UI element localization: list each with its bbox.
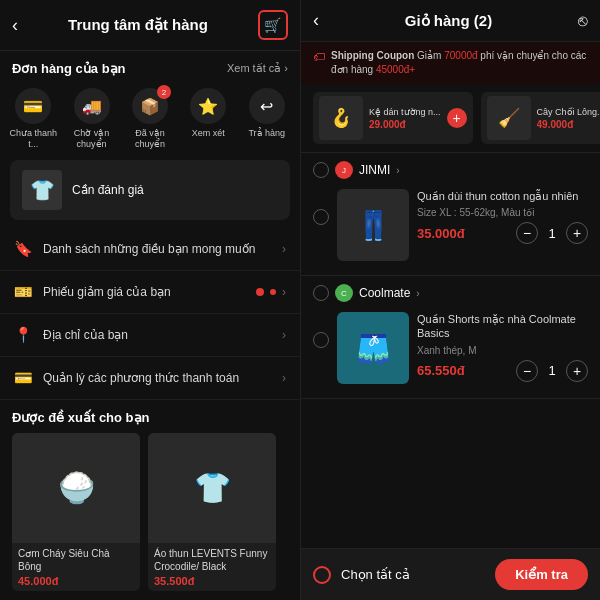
quick-item-price-0: 29.000đ [369,119,441,130]
view-all-link[interactable]: Xem tất cả › [227,62,288,75]
shop-name-coolmate: Coolmate [359,286,410,300]
quick-item-info-0: Kệ dán tường n... 29.000đ [369,107,441,130]
cart-item-checkbox-coolmate-0[interactable] [313,332,329,348]
quick-item-info-1: Cây Chổi Lông... 49.000đ [537,107,600,130]
orders-section-title: Đơn hàng của bạn [12,61,126,76]
shop-checkbox-jinmi[interactable] [313,162,329,178]
shop-arrow-jinmi: › [396,165,399,176]
status-label-shipped: Đã vận chuyển [124,128,176,150]
menu-item-voucher-right: › [256,285,286,299]
status-icon-waiting-ship: 🚚 [74,88,110,124]
recommend-item-1[interactable]: 👕 Áo thun LEVENTS Funny Crocodile/ Black… [148,433,276,591]
cart-item-variant-coolmate-0: Xanh thép, M [417,345,588,356]
menu-item-wishlist[interactable]: 🔖 Danh sách những điều bạn mong muốn › [0,228,300,271]
status-cho-van-chuyen[interactable]: 🚚 Chờ vận chuyển [66,88,118,150]
menu-item-voucher[interactable]: 🎫 Phiếu giảm giá của bạn › [0,271,300,314]
menu-item-address[interactable]: 📍 Địa chỉ của bạn › [0,314,300,357]
status-icon-return: ↩ [249,88,285,124]
recommend-img-1: 👕 [148,433,276,543]
cart-item-variant-jinmi-0: Size XL : 55-62kg, Màu tối [417,207,588,218]
status-xem-xet[interactable]: ⭐ Xem xét [182,88,234,150]
menu-item-address-label: Địa chỉ của bạn [43,328,128,342]
right-back-button[interactable]: ‹ [313,10,319,31]
qty-increase-coolmate-0[interactable]: + [566,360,588,382]
chevron-icon: › [282,285,286,299]
recommend-info-1: Áo thun LEVENTS Funny Crocodile/ Black 3… [148,543,276,591]
shop-header-jinmi: J JINMI › [301,153,600,183]
shop-avatar-jinmi: J [335,161,353,179]
status-tra-hang[interactable]: ↩ Trả hàng [241,88,293,150]
quick-item-name-0: Kệ dán tường n... [369,107,441,117]
shipping-text: Shipping Coupon Giảm 70000đ phí vận chuy… [331,49,588,77]
status-icon-review: ⭐ [190,88,226,124]
quick-items-row: 🪝 Kệ dán tường n... 29.000đ + 🧹 Cây Chổi… [301,84,600,153]
cart-item-img-jinmi-0: 👖 [337,189,409,261]
left-page-title: Trung tâm đặt hàng [68,16,208,34]
right-panel: ‹ Giỏ hàng (2) ⎋ 🏷 Shipping Coupon Giảm … [300,0,600,600]
cart-item-name-jinmi-0: Quần dùi thun cotton ngẫu nhiên [417,189,588,203]
chevron-icon: › [282,328,286,342]
left-header: ‹ Trung tâm đặt hàng 🛒 [0,0,300,51]
review-label: Cần đánh giá [72,183,144,197]
recommend-name-1: Áo thun LEVENTS Funny Crocodile/ Black [154,547,270,573]
cart-icon-button[interactable]: 🛒 [258,10,288,40]
status-label-review: Xem xét [192,128,225,139]
voucher-notification-dot [256,288,264,296]
shop-group-jinmi: J JINMI › 👖 Quần dùi thun cotton ngẫu nh… [301,153,600,276]
qty-increase-jinmi-0[interactable]: + [566,222,588,244]
cart-item-details-jinmi-0: Quần dùi thun cotton ngẫu nhiên Size XL … [417,189,588,261]
qty-value-coolmate-0: 1 [544,363,560,378]
review-card[interactable]: 👕 Cần đánh giá [10,160,290,220]
cart-section: J JINMI › 👖 Quần dùi thun cotton ngẫu nh… [301,153,600,548]
order-status-row: 💳 Chưa thanh t... 🚚 Chờ vận chuyển 📦 2 Đ… [0,82,300,160]
qty-decrease-coolmate-0[interactable]: − [516,360,538,382]
left-panel: ‹ Trung tâm đặt hàng 🛒 Đơn hàng của bạn … [0,0,300,600]
card-icon: 💳 [14,369,33,387]
menu-item-payment-label: Quản lý các phương thức thanh toán [43,371,239,385]
recommend-price-1: 35.500đ [154,575,270,587]
cart-item-checkbox-jinmi-0[interactable] [313,209,329,225]
orders-section-header: Đơn hàng của bạn Xem tất cả › [0,51,300,82]
menu-item-payment-right: › [282,371,286,385]
left-back-button[interactable]: ‹ [12,15,18,36]
select-all-label: Chọn tất cả [341,567,485,582]
ticket-icon: 🎫 [14,283,33,301]
menu-item-address-right: › [282,328,286,342]
quick-item-img-0: 🪝 [319,96,363,140]
qty-control-coolmate-0: − 1 + [516,360,588,382]
right-page-title: Giỏ hàng (2) [405,12,492,30]
right-header: ‹ Giỏ hàng (2) ⎋ [301,0,600,42]
status-chua-thanh-toan[interactable]: 💳 Chưa thanh t... [7,88,59,150]
shop-header-coolmate: C Coolmate › [301,276,600,306]
menu-item-wishlist-left: 🔖 Danh sách những điều bạn mong muốn [14,240,255,258]
menu-item-payment[interactable]: 💳 Quản lý các phương thức thanh toán › [0,357,300,400]
recommend-info-0: Cơm Cháy Siêu Chà Bông 45.000đ [12,543,140,591]
qty-value-jinmi-0: 1 [544,226,560,241]
shop-checkbox-coolmate[interactable] [313,285,329,301]
tag-icon: 🏷 [313,50,325,64]
menu-item-voucher-left: 🎫 Phiếu giảm giá của bạn [14,283,171,301]
quick-add-button-0[interactable]: + [447,108,467,128]
recommend-name-0: Cơm Cháy Siêu Chà Bông [18,547,134,573]
shipped-badge: 2 [157,85,171,99]
shipping-banner: 🏷 Shipping Coupon Giảm 70000đ phí vận ch… [301,42,600,84]
qty-control-jinmi-0: − 1 + [516,222,588,244]
checkout-button[interactable]: Kiểm tra [495,559,588,590]
cart-item-img-coolmate-0: 🩳 [337,312,409,384]
bookmark-icon: 🔖 [14,240,33,258]
share-icon[interactable]: ⎋ [578,12,588,30]
location-icon: 📍 [14,326,33,344]
cart-item-price-jinmi-0: 35.000đ [417,226,465,241]
recommend-grid: 🍚 Cơm Cháy Siêu Chà Bông 45.000đ 👕 Áo th… [12,433,288,591]
menu-item-address-left: 📍 Địa chỉ của bạn [14,326,128,344]
quick-item-0[interactable]: 🪝 Kệ dán tường n... 29.000đ + [313,92,473,144]
status-da-van-chuyen[interactable]: 📦 2 Đã vận chuyển [124,88,176,150]
cart-item-bottom-jinmi-0: 35.000đ − 1 + [417,222,588,244]
chevron-icon: › [282,242,286,256]
qty-decrease-jinmi-0[interactable]: − [516,222,538,244]
status-icon-shipped: 📦 2 [132,88,168,124]
recommend-item-0[interactable]: 🍚 Cơm Cháy Siêu Chà Bông 45.000đ [12,433,140,591]
quick-item-1[interactable]: 🧹 Cây Chổi Lông... 49.000đ + [481,92,600,144]
cart-item-coolmate-0: 🩳 Quần Shorts mặc nhà Coolmate Basics Xa… [301,306,600,390]
select-all-checkbox[interactable] [313,566,331,584]
